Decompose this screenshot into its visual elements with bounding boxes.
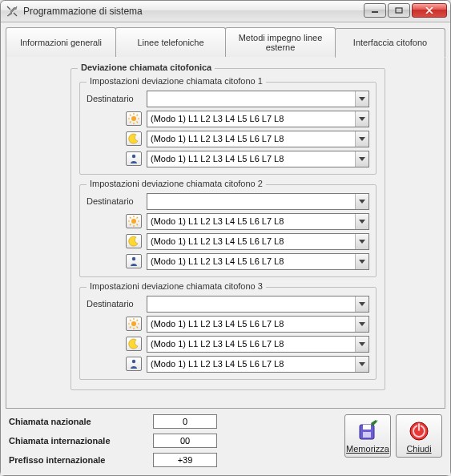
moon-icon bbox=[126, 131, 142, 146]
svg-point-12 bbox=[131, 219, 136, 224]
power-icon bbox=[408, 420, 430, 442]
tabs: Informazioni generali Linee telefoniche … bbox=[6, 27, 445, 57]
footer: Chiamata nazionale 0 Chiamata internazio… bbox=[6, 409, 445, 470]
citofono-group-1-legend: Impostazioni deviazione chiamata citofon… bbox=[87, 76, 266, 86]
svg-rect-1 bbox=[396, 8, 402, 13]
mode-sun-combo-2[interactable]: (Modo 1) L1 L2 L3 L4 L5 L6 L7 L8 bbox=[147, 213, 369, 230]
client-area: Informazioni generali Linee telefoniche … bbox=[1, 22, 450, 475]
svg-line-17 bbox=[130, 217, 131, 219]
citofono-group-1: Impostazioni deviazione chiamata citofon… bbox=[79, 82, 377, 175]
deviation-group-title: Deviazione chiamata citofonica bbox=[78, 63, 215, 72]
mode-sun-combo-3[interactable]: (Modo 1) L1 L2 L3 L4 L5 L6 L7 L8 bbox=[147, 316, 369, 333]
tab-interfaccia-citofono[interactable]: Interfaccia citofono bbox=[335, 28, 445, 58]
destinatario-label-3: Destinatario bbox=[87, 299, 147, 309]
chevron-down-icon bbox=[355, 317, 368, 332]
tab-metodi-impegno[interactable]: Metodi impegno linee esterne bbox=[225, 27, 336, 57]
svg-line-10 bbox=[137, 115, 139, 116]
combo-text: (Modo 1) L1 L2 L3 L4 L5 L6 L7 L8 bbox=[147, 134, 355, 143]
tab-container: Informazioni generali Linee telefoniche … bbox=[6, 27, 445, 409]
svg-point-21 bbox=[132, 257, 135, 260]
titlebar: Programmazione di sistema bbox=[1, 1, 450, 22]
combo-text: (Modo 1) L1 L2 L3 L4 L5 L6 L7 L8 bbox=[147, 359, 355, 369]
citofono-group-3-legend: Impostazioni deviazione chiamata citofon… bbox=[87, 281, 266, 291]
mode-person-combo-2[interactable]: (Modo 1) L1 L2 L3 L4 L5 L6 L7 L8 bbox=[147, 253, 369, 270]
memorizza-label: Memorizza bbox=[346, 444, 389, 454]
destinatario-label-2: Destinatario bbox=[87, 196, 147, 206]
citofono-group-3: Impostazioni deviazione chiamata citofon… bbox=[79, 287, 377, 380]
close-button[interactable] bbox=[412, 3, 447, 18]
svg-rect-34 bbox=[363, 432, 371, 438]
save-icon bbox=[356, 420, 379, 442]
chevron-down-icon bbox=[355, 357, 368, 372]
svg-point-31 bbox=[132, 360, 135, 363]
tab-panel: Deviazione chiamata citofonica Impostazi… bbox=[6, 56, 445, 409]
window-buttons bbox=[364, 3, 447, 18]
tab-linee-telefoniche[interactable]: Linee telefoniche bbox=[115, 27, 226, 57]
sun-icon bbox=[126, 317, 142, 331]
svg-line-18 bbox=[137, 224, 139, 226]
chiudi-label: Chiudi bbox=[406, 444, 431, 454]
combo-text: (Modo 1) L1 L2 L3 L4 L5 L6 L7 L8 bbox=[147, 154, 355, 163]
mode-person-combo-3[interactable]: (Modo 1) L1 L2 L3 L4 L5 L6 L7 L8 bbox=[147, 356, 369, 373]
mode-moon-combo-2[interactable]: (Modo 1) L1 L2 L3 L4 L5 L6 L7 L8 bbox=[147, 233, 369, 250]
svg-point-22 bbox=[131, 321, 136, 326]
deviation-group: Deviazione chiamata citofonica Impostazi… bbox=[70, 68, 385, 390]
svg-point-11 bbox=[132, 155, 135, 158]
svg-line-30 bbox=[137, 320, 139, 321]
combo-text: (Modo 1) L1 L2 L3 L4 L5 L6 L7 L8 bbox=[147, 319, 355, 329]
chevron-down-icon bbox=[355, 151, 368, 167]
chevron-down-icon bbox=[355, 296, 368, 312]
combo-text: (Modo 1) L1 L2 L3 L4 L5 L6 L7 L8 bbox=[147, 236, 355, 246]
destinatario-label-1: Destinatario bbox=[87, 94, 147, 103]
svg-rect-33 bbox=[363, 425, 371, 430]
international-call-label: Chiamata internazionale bbox=[9, 436, 153, 446]
international-call-input[interactable]: 00 bbox=[153, 434, 217, 448]
combo-text: (Modo 1) L1 L2 L3 L4 L5 L6 L7 L8 bbox=[147, 339, 355, 349]
prefix-international-label: Prefisso internazionale bbox=[9, 455, 153, 465]
window-title: Programmazione di sistema bbox=[23, 6, 143, 17]
citofono-group-2: Impostazioni deviazione chiamata citofon… bbox=[79, 184, 377, 277]
chevron-down-icon bbox=[355, 337, 368, 352]
svg-line-20 bbox=[137, 217, 139, 219]
memorizza-button[interactable]: Memorizza bbox=[344, 414, 391, 458]
chevron-down-icon bbox=[355, 111, 368, 127]
svg-line-9 bbox=[130, 122, 131, 123]
window: Programmazione di sistema Informazioni g… bbox=[0, 0, 451, 476]
prefix-international-input[interactable]: +39 bbox=[153, 453, 217, 467]
svg-rect-0 bbox=[372, 11, 378, 13]
svg-line-8 bbox=[137, 122, 139, 123]
mode-person-combo-1[interactable]: (Modo 1) L1 L2 L3 L4 L5 L6 L7 L8 bbox=[147, 151, 369, 167]
person-icon bbox=[126, 254, 142, 268]
mode-moon-combo-3[interactable]: (Modo 1) L1 L2 L3 L4 L5 L6 L7 L8 bbox=[147, 336, 369, 353]
sun-icon bbox=[126, 214, 142, 228]
maximize-button[interactable] bbox=[388, 3, 410, 18]
chevron-down-icon bbox=[355, 194, 368, 209]
tab-info-generali[interactable]: Informazioni generali bbox=[6, 27, 116, 57]
chevron-down-icon bbox=[355, 254, 368, 269]
chiudi-button[interactable]: Chiudi bbox=[396, 414, 442, 458]
svg-point-2 bbox=[131, 116, 136, 121]
destinatario-combo-3[interactable] bbox=[147, 296, 369, 313]
svg-line-29 bbox=[130, 327, 131, 329]
mode-moon-combo-1[interactable]: (Modo 1) L1 L2 L3 L4 L5 L6 L7 L8 bbox=[147, 131, 369, 147]
moon-icon bbox=[126, 234, 142, 248]
combo-text: (Modo 1) L1 L2 L3 L4 L5 L6 L7 L8 bbox=[147, 114, 355, 123]
minimize-button[interactable] bbox=[364, 3, 386, 18]
citofono-group-2-legend: Impostazioni deviazione chiamata citofon… bbox=[87, 179, 266, 188]
svg-line-28 bbox=[137, 327, 139, 329]
chevron-down-icon bbox=[355, 234, 368, 249]
mode-sun-combo-1[interactable]: (Modo 1) L1 L2 L3 L4 L5 L6 L7 L8 bbox=[147, 111, 369, 127]
combo-text: (Modo 1) L1 L2 L3 L4 L5 L6 L7 L8 bbox=[147, 216, 355, 226]
chevron-down-icon bbox=[355, 214, 368, 229]
destinatario-combo-2[interactable] bbox=[147, 193, 369, 210]
person-icon bbox=[126, 151, 142, 166]
destinatario-combo-1[interactable] bbox=[147, 91, 369, 107]
sun-icon bbox=[126, 111, 142, 126]
app-icon bbox=[6, 5, 18, 18]
svg-line-19 bbox=[130, 224, 131, 226]
footer-buttons: Memorizza Chiudi bbox=[344, 414, 442, 458]
national-call-input[interactable]: 0 bbox=[153, 414, 217, 429]
svg-line-27 bbox=[130, 320, 131, 321]
combo-text: (Modo 1) L1 L2 L3 L4 L5 L6 L7 L8 bbox=[147, 256, 355, 266]
chevron-down-icon bbox=[355, 91, 368, 107]
